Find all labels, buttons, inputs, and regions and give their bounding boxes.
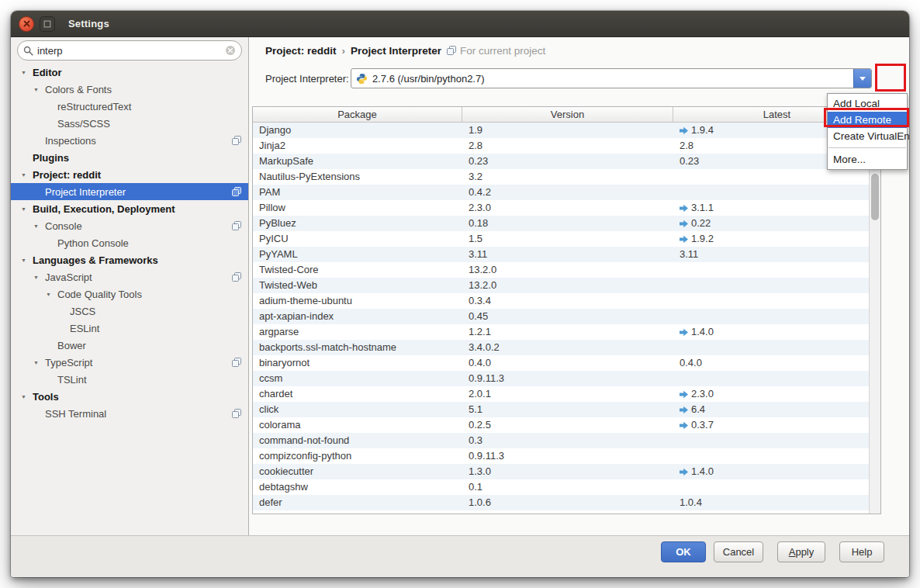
sidebar-item-code-quality-tools[interactable]: ▼Code Quality Tools [11, 285, 248, 303]
package-version: 3.2 [462, 169, 673, 185]
copy-scope-icon [232, 409, 241, 418]
sidebar-item-project-reddit[interactable]: ▼Project: reddit [11, 166, 248, 183]
package-row-pyyaml[interactable]: PyYAML3.113.11 [253, 247, 869, 262]
package-row-compizconfig-python[interactable]: compizconfig-python0.9.11.3 [253, 448, 869, 464]
sidebar-item-typescript[interactable]: ▼TypeScript [11, 354, 248, 371]
sidebar-item-javascript[interactable]: ▼JavaScript [11, 268, 248, 285]
package-row-cookiecutter[interactable]: cookiecutter1.3.01.4.0 [253, 464, 869, 479]
package-row-click[interactable]: click5.16.4 [253, 402, 869, 417]
package-latest: 1.4.0 [673, 324, 869, 340]
sidebar-item-label: Project: reddit [33, 169, 241, 181]
interpreter-combobox[interactable]: 2.7.6 (/usr/bin/python2.7) [351, 68, 872, 88]
package-row-django[interactable]: Django1.91.9.4 [253, 123, 869, 138]
upgrade-arrow-icon [680, 235, 688, 244]
sidebar-item-jscs[interactable]: JSCS [11, 303, 248, 320]
sidebar-divider [248, 37, 249, 535]
package-name: Twisted-Web [253, 278, 462, 293]
package-row-ccsm[interactable]: ccsm0.9.11.3 [253, 371, 869, 386]
package-row-jinja2[interactable]: Jinja22.82.8 [253, 138, 869, 154]
package-row-chardet[interactable]: chardet2.0.12.3.0 [253, 386, 869, 402]
package-latest: 6.4 [673, 402, 869, 417]
interpreter-dropdown-button[interactable] [853, 69, 871, 88]
scrollbar-thumb[interactable] [871, 174, 879, 220]
ok-button[interactable]: OK [661, 541, 706, 562]
sidebar-item-python-console[interactable]: Python Console [11, 234, 248, 251]
sidebar-item-sass-scss[interactable]: Sass/SCSS [11, 115, 248, 132]
chevron-down-icon[interactable]: ▼ [33, 223, 45, 229]
interpreter-value: 2.7.6 (/usr/bin/python2.7) [372, 73, 849, 85]
chevron-down-icon[interactable]: ▼ [33, 275, 45, 280]
package-row-pyicu[interactable]: PyICU1.51.9.2 [253, 231, 869, 247]
package-name: debtagshw [253, 479, 462, 495]
chevron-down-icon[interactable]: ▼ [21, 172, 33, 178]
chevron-down-icon[interactable]: ▼ [46, 292, 57, 297]
chevron-down-icon[interactable]: ▼ [33, 87, 45, 92]
sidebar-item-eslint[interactable]: ESLint [11, 320, 248, 337]
window-maximize-button[interactable] [40, 16, 55, 32]
package-row-apt-xapian-index[interactable]: apt-xapian-index0.45 [253, 309, 869, 324]
package-row-debtagshw[interactable]: debtagshw0.1 [253, 479, 869, 495]
sidebar-item-colors-fonts[interactable]: ▼Colors & Fonts [11, 81, 248, 98]
package-name: chardet [253, 386, 462, 402]
sidebar-item-tslint[interactable]: TSLint [11, 371, 248, 388]
package-row-nautilus-pyextensions[interactable]: Nautilus-PyExtensions3.2 [253, 169, 869, 185]
sidebar-item-editor[interactable]: ▼Editor [11, 64, 248, 81]
package-latest [673, 185, 869, 200]
sidebar-item-project-interpreter[interactable]: Project Interpreter [11, 183, 248, 200]
menu-item-create-virtualenv[interactable]: Create VirtualEnv [828, 128, 907, 144]
package-version: 0.45 [462, 309, 673, 324]
settings-sidebar: ▼Editor▼Colors & FontsreStructuredTextSa… [11, 37, 248, 535]
copy-scope-icon [232, 272, 241, 282]
window-close-button[interactable] [19, 16, 34, 32]
chevron-down-icon[interactable]: ▼ [33, 360, 45, 365]
help-button[interactable]: Help [839, 541, 884, 562]
package-row-binaryornot[interactable]: binaryornot0.4.00.4.0 [253, 355, 869, 371]
sidebar-item-languages-frameworks[interactable]: ▼Languages & Frameworks [11, 251, 248, 268]
menu-item-add-remote[interactable]: Add Remote [828, 112, 907, 128]
package-row-twisted-core[interactable]: Twisted-Core13.2.0 [253, 262, 869, 278]
package-row-backports-ssl-match-hostname[interactable]: backports.ssl-match-hostname3.4.0.2 [253, 340, 869, 355]
settings-search-box[interactable] [17, 40, 242, 61]
package-row-pillow[interactable]: Pillow2.3.03.1.1 [253, 200, 869, 216]
package-latest: 1.4.0 [673, 464, 869, 479]
sidebar-item-restructuredtext[interactable]: reStructuredText [11, 98, 248, 115]
sidebar-item-bower[interactable]: Bower [11, 337, 248, 354]
package-row-command-not-found[interactable]: command-not-found0.3 [253, 433, 869, 448]
package-row-colorama[interactable]: colorama0.2.50.3.7 [253, 417, 869, 433]
sidebar-item-build-execution-deployment[interactable]: ▼Build, Execution, Deployment [11, 200, 248, 217]
package-row-defer[interactable]: defer1.0.61.0.4 [253, 495, 869, 510]
menu-item-add-local[interactable]: Add Local [828, 95, 907, 112]
sidebar-item-label: Bower [57, 340, 241, 351]
package-name: ccsm [253, 371, 462, 386]
titlebar: Settings [11, 11, 909, 37]
package-latest [673, 262, 869, 278]
package-version: 0.9.11.3 [462, 448, 673, 464]
sidebar-item-console[interactable]: ▼Console [11, 217, 248, 234]
package-row-pybluez[interactable]: PyBluez0.180.22 [253, 216, 869, 231]
sidebar-item-plugins[interactable]: Plugins [11, 149, 248, 166]
package-name: adium-theme-ubuntu [253, 293, 462, 309]
sidebar-item-inspections[interactable]: Inspections [11, 132, 248, 149]
apply-button[interactable]: Apply [777, 541, 825, 562]
search-input[interactable] [37, 45, 221, 57]
package-version: 1.5 [462, 231, 673, 247]
package-row-pam[interactable]: PAM0.4.2 [253, 185, 869, 200]
sidebar-item-tools[interactable]: ▼Tools [11, 388, 248, 405]
package-row-twisted-web[interactable]: Twisted-Web13.2.0 [253, 278, 869, 293]
column-header-version: Version [462, 107, 673, 122]
sidebar-item-ssh-terminal[interactable]: SSH Terminal [11, 405, 248, 422]
chevron-down-icon[interactable]: ▼ [21, 394, 33, 399]
package-latest [673, 278, 869, 293]
package-row-argparse[interactable]: argparse1.2.11.4.0 [253, 324, 869, 340]
vertical-scrollbar[interactable] [869, 123, 880, 514]
chevron-down-icon[interactable]: ▼ [21, 258, 33, 263]
clear-search-icon[interactable] [225, 45, 236, 56]
cancel-button[interactable]: Cancel [714, 541, 763, 562]
menu-item-more[interactable]: More... [828, 151, 907, 168]
package-row-markupsafe[interactable]: MarkupSafe0.230.23 [253, 154, 869, 169]
package-row-adium-theme-ubuntu[interactable]: adium-theme-ubuntu0.3.4 [253, 293, 869, 309]
package-latest: 13.08 [673, 510, 869, 514]
chevron-down-icon[interactable]: ▼ [21, 206, 33, 212]
package-row-dirspec[interactable]: dirspec13.1013.08 [253, 510, 869, 514]
chevron-down-icon[interactable]: ▼ [21, 70, 33, 75]
